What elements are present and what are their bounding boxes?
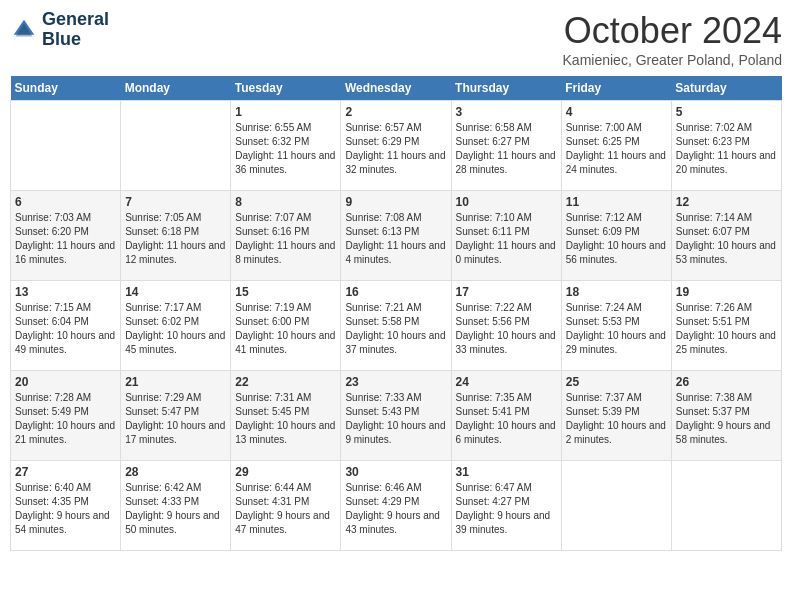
calendar-cell: 29Sunrise: 6:44 AM Sunset: 4:31 PM Dayli… [231,461,341,551]
day-number: 3 [456,105,557,119]
calendar-cell: 5Sunrise: 7:02 AM Sunset: 6:23 PM Daylig… [671,101,781,191]
day-info: Sunrise: 7:22 AM Sunset: 5:56 PM Dayligh… [456,301,557,357]
day-number: 23 [345,375,446,389]
day-header-friday: Friday [561,76,671,101]
day-number: 2 [345,105,446,119]
day-number: 29 [235,465,336,479]
calendar-cell: 11Sunrise: 7:12 AM Sunset: 6:09 PM Dayli… [561,191,671,281]
calendar-cell: 22Sunrise: 7:31 AM Sunset: 5:45 PM Dayli… [231,371,341,461]
calendar-cell [121,101,231,191]
day-number: 22 [235,375,336,389]
day-info: Sunrise: 7:14 AM Sunset: 6:07 PM Dayligh… [676,211,777,267]
calendar-cell: 23Sunrise: 7:33 AM Sunset: 5:43 PM Dayli… [341,371,451,461]
calendar-cell: 14Sunrise: 7:17 AM Sunset: 6:02 PM Dayli… [121,281,231,371]
day-info: Sunrise: 6:46 AM Sunset: 4:29 PM Dayligh… [345,481,446,537]
calendar-cell: 28Sunrise: 6:42 AM Sunset: 4:33 PM Dayli… [121,461,231,551]
day-info: Sunrise: 6:40 AM Sunset: 4:35 PM Dayligh… [15,481,116,537]
day-number: 14 [125,285,226,299]
calendar-cell: 27Sunrise: 6:40 AM Sunset: 4:35 PM Dayli… [11,461,121,551]
day-number: 10 [456,195,557,209]
calendar-cell: 20Sunrise: 7:28 AM Sunset: 5:49 PM Dayli… [11,371,121,461]
day-info: Sunrise: 6:47 AM Sunset: 4:27 PM Dayligh… [456,481,557,537]
day-info: Sunrise: 7:35 AM Sunset: 5:41 PM Dayligh… [456,391,557,447]
day-info: Sunrise: 7:17 AM Sunset: 6:02 PM Dayligh… [125,301,226,357]
calendar-cell: 8Sunrise: 7:07 AM Sunset: 6:16 PM Daylig… [231,191,341,281]
calendar-cell: 21Sunrise: 7:29 AM Sunset: 5:47 PM Dayli… [121,371,231,461]
calendar-cell: 2Sunrise: 6:57 AM Sunset: 6:29 PM Daylig… [341,101,451,191]
day-info: Sunrise: 7:38 AM Sunset: 5:37 PM Dayligh… [676,391,777,447]
day-number: 31 [456,465,557,479]
day-info: Sunrise: 7:28 AM Sunset: 5:49 PM Dayligh… [15,391,116,447]
day-info: Sunrise: 7:00 AM Sunset: 6:25 PM Dayligh… [566,121,667,177]
calendar-cell: 3Sunrise: 6:58 AM Sunset: 6:27 PM Daylig… [451,101,561,191]
day-header-saturday: Saturday [671,76,781,101]
calendar-cell: 15Sunrise: 7:19 AM Sunset: 6:00 PM Dayli… [231,281,341,371]
day-info: Sunrise: 7:08 AM Sunset: 6:13 PM Dayligh… [345,211,446,267]
day-number: 4 [566,105,667,119]
day-info: Sunrise: 7:21 AM Sunset: 5:58 PM Dayligh… [345,301,446,357]
day-header-monday: Monday [121,76,231,101]
day-number: 27 [15,465,116,479]
calendar-cell: 31Sunrise: 6:47 AM Sunset: 4:27 PM Dayli… [451,461,561,551]
day-number: 16 [345,285,446,299]
day-info: Sunrise: 7:05 AM Sunset: 6:18 PM Dayligh… [125,211,226,267]
day-number: 18 [566,285,667,299]
day-info: Sunrise: 7:24 AM Sunset: 5:53 PM Dayligh… [566,301,667,357]
day-info: Sunrise: 7:15 AM Sunset: 6:04 PM Dayligh… [15,301,116,357]
day-number: 28 [125,465,226,479]
day-info: Sunrise: 6:58 AM Sunset: 6:27 PM Dayligh… [456,121,557,177]
day-number: 30 [345,465,446,479]
location-subtitle: Kamieniec, Greater Poland, Poland [563,52,782,68]
day-number: 5 [676,105,777,119]
calendar-cell: 13Sunrise: 7:15 AM Sunset: 6:04 PM Dayli… [11,281,121,371]
calendar-cell: 1Sunrise: 6:55 AM Sunset: 6:32 PM Daylig… [231,101,341,191]
day-info: Sunrise: 7:10 AM Sunset: 6:11 PM Dayligh… [456,211,557,267]
day-header-sunday: Sunday [11,76,121,101]
calendar-cell: 6Sunrise: 7:03 AM Sunset: 6:20 PM Daylig… [11,191,121,281]
day-info: Sunrise: 7:33 AM Sunset: 5:43 PM Dayligh… [345,391,446,447]
header-row: SundayMondayTuesdayWednesdayThursdayFrid… [11,76,782,101]
day-number: 17 [456,285,557,299]
calendar-cell: 7Sunrise: 7:05 AM Sunset: 6:18 PM Daylig… [121,191,231,281]
day-number: 26 [676,375,777,389]
day-info: Sunrise: 6:55 AM Sunset: 6:32 PM Dayligh… [235,121,336,177]
calendar-cell: 9Sunrise: 7:08 AM Sunset: 6:13 PM Daylig… [341,191,451,281]
day-info: Sunrise: 6:42 AM Sunset: 4:33 PM Dayligh… [125,481,226,537]
day-info: Sunrise: 7:26 AM Sunset: 5:51 PM Dayligh… [676,301,777,357]
calendar-table: SundayMondayTuesdayWednesdayThursdayFrid… [10,76,782,551]
week-row-1: 1Sunrise: 6:55 AM Sunset: 6:32 PM Daylig… [11,101,782,191]
day-header-wednesday: Wednesday [341,76,451,101]
day-info: Sunrise: 7:31 AM Sunset: 5:45 PM Dayligh… [235,391,336,447]
day-number: 6 [15,195,116,209]
title-section: October 2024 Kamieniec, Greater Poland, … [563,10,782,68]
calendar-cell: 18Sunrise: 7:24 AM Sunset: 5:53 PM Dayli… [561,281,671,371]
day-header-tuesday: Tuesday [231,76,341,101]
week-row-5: 27Sunrise: 6:40 AM Sunset: 4:35 PM Dayli… [11,461,782,551]
calendar-cell: 19Sunrise: 7:26 AM Sunset: 5:51 PM Dayli… [671,281,781,371]
calendar-cell: 30Sunrise: 6:46 AM Sunset: 4:29 PM Dayli… [341,461,451,551]
day-info: Sunrise: 7:19 AM Sunset: 6:00 PM Dayligh… [235,301,336,357]
day-info: Sunrise: 7:02 AM Sunset: 6:23 PM Dayligh… [676,121,777,177]
week-row-3: 13Sunrise: 7:15 AM Sunset: 6:04 PM Dayli… [11,281,782,371]
calendar-cell [561,461,671,551]
calendar-cell [671,461,781,551]
day-number: 8 [235,195,336,209]
week-row-4: 20Sunrise: 7:28 AM Sunset: 5:49 PM Dayli… [11,371,782,461]
day-number: 19 [676,285,777,299]
calendar-cell: 25Sunrise: 7:37 AM Sunset: 5:39 PM Dayli… [561,371,671,461]
day-info: Sunrise: 7:07 AM Sunset: 6:16 PM Dayligh… [235,211,336,267]
calendar-cell [11,101,121,191]
day-info: Sunrise: 6:57 AM Sunset: 6:29 PM Dayligh… [345,121,446,177]
calendar-cell: 10Sunrise: 7:10 AM Sunset: 6:11 PM Dayli… [451,191,561,281]
page-header: General Blue October 2024 Kamieniec, Gre… [10,10,782,68]
calendar-cell: 17Sunrise: 7:22 AM Sunset: 5:56 PM Dayli… [451,281,561,371]
calendar-cell: 26Sunrise: 7:38 AM Sunset: 5:37 PM Dayli… [671,371,781,461]
calendar-cell: 4Sunrise: 7:00 AM Sunset: 6:25 PM Daylig… [561,101,671,191]
calendar-cell: 16Sunrise: 7:21 AM Sunset: 5:58 PM Dayli… [341,281,451,371]
day-number: 12 [676,195,777,209]
day-header-thursday: Thursday [451,76,561,101]
calendar-cell: 24Sunrise: 7:35 AM Sunset: 5:41 PM Dayli… [451,371,561,461]
day-number: 9 [345,195,446,209]
day-info: Sunrise: 6:44 AM Sunset: 4:31 PM Dayligh… [235,481,336,537]
week-row-2: 6Sunrise: 7:03 AM Sunset: 6:20 PM Daylig… [11,191,782,281]
